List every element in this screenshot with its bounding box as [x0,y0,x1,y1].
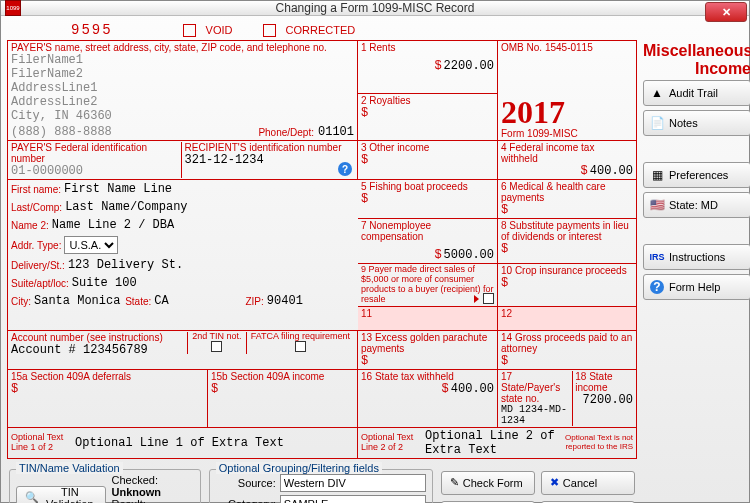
box9-checkbox[interactable] [483,293,494,304]
help-icon[interactable]: ? [338,162,352,176]
state-input[interactable]: CA [154,294,242,308]
box3-label: 3 Other income [361,142,494,153]
box8-label: 8 Substitute payments in lieu of dividen… [501,220,633,242]
city-input[interactable]: Santa Monica [34,294,122,308]
box10-label: 10 Crop insurance proceeds [501,265,633,276]
triangle-warning-icon: ▲ [650,86,664,100]
app-icon: 1099 [5,0,21,16]
opt2-value[interactable]: Optional Line 2 of Extra Text [425,429,559,457]
last-name-input[interactable]: Last Name/Company [65,200,355,214]
box15b-value[interactable] [211,382,354,396]
box11-label: 11 [361,308,494,319]
box5-label: 5 Fishing boat proceeds [361,181,494,192]
box1-label: 1 Rents [361,42,494,53]
void-label: VOID [206,24,233,36]
check-form-button[interactable]: ✎Check Form [441,471,535,495]
box18-value[interactable]: 7200.00 [575,393,633,407]
box8-value[interactable] [501,242,633,256]
box15a-value[interactable] [11,382,204,396]
opt1-value[interactable]: Optional Line 1 of Extra Text [75,436,284,450]
triangle-icon [474,295,479,303]
box6-value[interactable] [501,203,633,217]
zip-input[interactable]: 90401 [267,294,355,308]
payer-filer1: FilerName1 [11,53,354,67]
acct-value[interactable]: Account # 123456789 [11,343,187,357]
box15a-label: 15a Section 409A deferrals [11,371,204,382]
fatca-checkbox[interactable] [295,341,306,352]
form-help-button[interactable]: ?Form Help [643,274,750,300]
payer-citystate: City, IN 46360 [11,109,354,123]
payer-fid-label: PAYER'S Federal identification number [11,142,181,164]
tin-validation-fieldset: TIN/Name Validation 🔍TIN Validation Chec… [9,469,201,503]
audit-trail-button[interactable]: ▲Audit Trail [643,80,750,106]
corrected-checkbox[interactable] [263,24,276,37]
tin-validation-button[interactable]: 🔍TIN Validation [16,486,106,503]
corrected-label: CORRECTED [286,24,356,36]
box12-label: 12 [501,308,633,319]
box7-value[interactable]: 5000.00 [361,242,494,262]
payer-filer2: FilerName2 [11,67,354,81]
flag-icon: 🇺🇸 [650,198,664,212]
box14-value[interactable] [501,354,633,368]
payer-dept: 01101 [318,125,354,139]
delivery-input[interactable]: 123 Delivery St. [68,258,355,272]
form-grid: PAYER'S name, street address, city, stat… [7,40,637,459]
box2-label: 2 Royalties [361,95,494,106]
box4-value[interactable]: 400.00 [501,164,633,178]
payer-label: PAYER'S name, street address, city, stat… [11,42,354,53]
box14-label: 14 Gross proceeds paid to an attorney [501,332,633,354]
cancel-button[interactable]: ✖Cancel [541,471,635,495]
opt2-label: Optional Text Line 2 of 2 [361,433,421,453]
box3-value[interactable] [361,153,494,167]
payer-addr1: AddressLine1 [11,81,354,95]
box2-value[interactable] [361,106,494,120]
fatca-label: FATCA filing requirement [251,332,350,342]
recip-id-value[interactable]: 321-12-1234 [185,153,355,167]
last-name-label: Last/Comp: [11,202,62,213]
form-code: 9595 [71,22,113,38]
addr-type-select[interactable]: U.S.A. [64,236,118,254]
box6-label: 6 Medical & health care payments [501,181,633,203]
addr-type-label: Addr. Type: [11,240,61,251]
box5-value[interactable] [361,192,494,206]
category-label: Category: [216,498,276,503]
opt3-label: Optional Text is not reported to the IRS [563,434,633,452]
tin2-label: 2nd TIN not. [192,332,241,342]
box10-value[interactable] [501,276,633,290]
box16-value[interactable]: 400.00 [361,382,494,396]
cancel-icon: ✖ [550,476,559,489]
box13-value[interactable] [361,354,494,368]
tin2-checkbox[interactable] [211,341,222,352]
preferences-button[interactable]: ▦Preferences [643,162,750,188]
payer-phone: (888) 888-8888 [11,125,112,139]
notes-button[interactable]: 📄Notes [643,110,750,136]
state-button[interactable]: 🇺🇸State: MD [643,192,750,218]
name2-input[interactable]: Name Line 2 / DBA [52,218,355,232]
category-input[interactable] [280,495,426,503]
source-input[interactable] [280,474,426,492]
name2-label: Name 2: [11,220,49,231]
first-name-input[interactable]: First Name Line [64,182,355,196]
tax-year: 2017 [501,96,578,128]
optional-grouping-fieldset: Optional Grouping/Filtering fields Sourc… [209,469,433,503]
grid-icon: ▦ [650,168,664,182]
window-title: Changing a Form 1099-MISC Record [1,1,749,15]
close-button[interactable]: ✕ [705,2,747,22]
state-label: State: [125,296,151,307]
check-icon: ✎ [450,476,459,489]
box4-label: 4 Federal income tax withheld [501,142,633,164]
box17-value[interactable]: MD 1234-MD-1234 [501,404,570,426]
window: 1099 Changing a Form 1099-MISC Record ✕ … [0,0,750,503]
question-icon: ? [650,280,664,294]
result-label: Result: [112,498,146,503]
payer-fid-value: 01-0000000 [11,164,181,178]
box7-label: 7 Nonemployee compensation [361,220,494,242]
void-checkbox[interactable] [183,24,196,37]
instructions-button[interactable]: IRSInstructions [643,244,750,270]
first-name-label: First name: [11,184,61,195]
phone-dept-label: Phone/Dept: [258,127,314,138]
suite-input[interactable]: Suite 100 [72,276,355,290]
box1-value[interactable]: 2200.00 [361,53,494,73]
form-name-label: Form 1099-MISC [501,128,578,139]
search-icon: 🔍 [25,491,39,503]
